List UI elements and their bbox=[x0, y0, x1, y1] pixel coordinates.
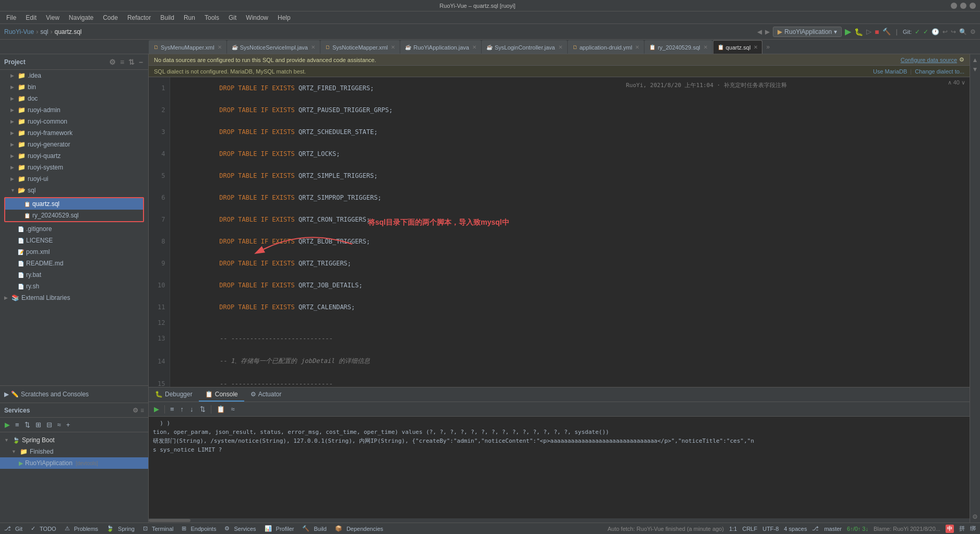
svc-group-btn[interactable]: ⊞ bbox=[34, 420, 43, 430]
tab-close-quartz-sql[interactable]: ✕ bbox=[754, 44, 758, 50]
svc-item-spring-boot[interactable]: ▼ 🍃 Spring Boot bbox=[0, 434, 148, 446]
search-btn[interactable]: 🔍 bbox=[959, 28, 967, 35]
rpb-settings-icon[interactable]: ⚙ bbox=[972, 513, 978, 520]
git-undo-icon[interactable]: ↩ bbox=[942, 28, 948, 35]
tab-debugger[interactable]: 🐛 Debugger bbox=[149, 388, 199, 402]
sort-icon[interactable]: ⇅ bbox=[127, 58, 136, 66]
tab-quartz-sql[interactable]: 📋 quartz.sql ✕ bbox=[713, 40, 763, 54]
svc-item-finished[interactable]: ▼ 📁 Finished bbox=[0, 446, 148, 457]
code-content-6[interactable]: DROP TABLE IF EXISTS QRTZ_SIMPROP_TRIGGE… bbox=[170, 187, 970, 209]
layout-icon[interactable]: ≡ bbox=[119, 58, 125, 66]
svc-item-ruoyi-app[interactable]: ▶ RuoYiApplication [devtools] bbox=[0, 457, 148, 469]
stop-btn[interactable]: ■ bbox=[875, 28, 879, 36]
git-redo-icon[interactable]: ↪ bbox=[951, 28, 956, 35]
rpb-down-icon[interactable]: ▼ bbox=[972, 66, 978, 73]
endpoints-status[interactable]: Endpoints bbox=[190, 526, 216, 532]
minimize-btn[interactable] bbox=[951, 3, 957, 9]
services-settings-icon[interactable]: ≡ bbox=[140, 407, 144, 414]
cursor-pos[interactable]: 1:1 bbox=[729, 526, 737, 532]
tree-item-bin[interactable]: ▶ 📁 bin bbox=[0, 81, 148, 93]
menu-view[interactable]: View bbox=[42, 13, 64, 22]
svc-filter-btn[interactable]: ⊟ bbox=[45, 420, 54, 430]
tree-item-doc[interactable]: ▶ 📁 doc bbox=[0, 93, 148, 104]
settings-btn[interactable]: ⚙ bbox=[970, 28, 976, 35]
tab-ruoyi-app[interactable]: ☕ RuoYiApplication.java ✕ bbox=[400, 40, 481, 54]
spring-status[interactable]: Spring bbox=[118, 526, 135, 532]
console-copy-btn[interactable]: 📋 bbox=[214, 404, 227, 414]
tree-item-ruoyi-generator[interactable]: ▶ 📁 ruoyi-generator bbox=[0, 139, 148, 150]
tree-item-ruoyi-framework[interactable]: ▶ 📁 ruoyi-framework bbox=[0, 127, 148, 139]
tab-close-sysmenu[interactable]: ✕ bbox=[218, 44, 222, 50]
services-bottom-status[interactable]: Services bbox=[234, 526, 256, 532]
menu-build[interactable]: Build bbox=[156, 13, 178, 22]
app-config-dropdown[interactable]: ▶ RuoYiApplication ▾ bbox=[773, 27, 842, 37]
console-scrollbar[interactable] bbox=[149, 518, 970, 523]
menu-file[interactable]: File bbox=[2, 13, 20, 22]
tree-item-ruoyi-common[interactable]: ▶ 📁 ruoyi-common bbox=[0, 116, 148, 127]
tab-sysmenu[interactable]: 🗋 SysMenuMapper.xml ✕ bbox=[149, 40, 226, 54]
tab-close-ry-sql[interactable]: ✕ bbox=[703, 44, 708, 50]
code-content-13[interactable]: -- --------------------------- bbox=[170, 327, 970, 349]
console-filter-btn[interactable]: ≈ bbox=[229, 404, 237, 414]
svc-list-btn[interactable]: ≡ bbox=[14, 420, 21, 430]
terminal-status[interactable]: Terminal bbox=[152, 526, 174, 532]
tab-overflow-btn[interactable]: » bbox=[763, 43, 773, 51]
tree-item-gitignore[interactable]: 📄 .gitignore bbox=[0, 223, 148, 235]
tree-item-sql[interactable]: ▼ 📂 sql bbox=[0, 185, 148, 196]
profiler-status[interactable]: Profiler bbox=[276, 526, 294, 532]
tree-item-ry-bat[interactable]: 📄 ry.bat bbox=[0, 269, 148, 281]
window-controls[interactable] bbox=[951, 3, 976, 9]
use-mariadb-link[interactable]: Use MariaDB bbox=[873, 68, 907, 75]
rpb-up-icon[interactable]: ▲ bbox=[972, 56, 978, 64]
tree-item-pom[interactable]: 📝 pom.xml bbox=[0, 246, 148, 258]
menu-navigate[interactable]: Navigate bbox=[65, 13, 98, 22]
console-down-btn[interactable]: ↓ bbox=[188, 404, 196, 414]
configure-datasource-link[interactable]: Configure data source bbox=[901, 57, 957, 63]
svc-run-btn[interactable]: ▶ bbox=[3, 420, 11, 430]
tree-item-ruoyi-admin[interactable]: ▶ 📁 ruoyi-admin bbox=[0, 104, 148, 116]
console-run-btn[interactable]: ▶ bbox=[152, 404, 161, 414]
git-branch-name[interactable]: master bbox=[824, 526, 842, 532]
code-content-3[interactable]: DROP TABLE IF EXISTS QRTZ_SCHEDULER_STAT… bbox=[170, 121, 970, 143]
tree-item-ry-sh[interactable]: 📄 ry.sh bbox=[0, 281, 148, 292]
tab-app-druid[interactable]: 🗋 application-druid.yml ✕ bbox=[568, 40, 644, 54]
menu-tools[interactable]: Tools bbox=[200, 13, 223, 22]
scrollbar-thumb[interactable] bbox=[149, 519, 190, 522]
build-status[interactable]: Build bbox=[314, 526, 326, 532]
problems-status[interactable]: Problems bbox=[74, 526, 98, 532]
configure-settings-icon[interactable]: ⚙ bbox=[959, 56, 964, 63]
svc-add-btn[interactable]: + bbox=[65, 420, 72, 430]
code-content-5[interactable]: DROP TABLE IF EXISTS QRTZ_SIMPLE_TRIGGER… bbox=[170, 165, 970, 187]
tree-item-readme[interactable]: 📄 README.md bbox=[0, 258, 148, 269]
todo-status[interactable]: TODO bbox=[40, 526, 56, 532]
tree-item-license[interactable]: 📄 LICENSE bbox=[0, 235, 148, 246]
svc-sort-btn[interactable]: ≈ bbox=[56, 420, 63, 430]
nav-forward-icon[interactable]: ▶ bbox=[765, 28, 770, 35]
code-content-2[interactable]: DROP TABLE IF EXISTS QRTZ_PAUSED_TRIGGER… bbox=[170, 99, 970, 121]
code-content-1[interactable]: DROP TABLE IF EXISTS QRTZ_FIRED_TRIGGERS… bbox=[170, 77, 970, 99]
git-status[interactable]: Git bbox=[15, 526, 22, 532]
menu-edit[interactable]: Edit bbox=[21, 13, 41, 22]
tree-item-ruoyi-system[interactable]: ▶ 📁 ruoyi-system bbox=[0, 162, 148, 173]
tab-close-ruoyi-app[interactable]: ✕ bbox=[472, 44, 476, 50]
tab-close-sysnotice[interactable]: ✕ bbox=[311, 44, 315, 50]
collapse-icon[interactable]: – bbox=[138, 58, 144, 66]
code-content-8[interactable]: DROP TABLE IF EXISTS QRTZ_BLOB_TRIGGERS; bbox=[170, 230, 970, 252]
console-output[interactable]: ) ) tion, oper_param, json_result, statu… bbox=[149, 417, 970, 518]
services-gear-icon[interactable]: ⚙ bbox=[133, 407, 138, 414]
tree-item-external-libs[interactable]: ▶ 📚 External Libraries bbox=[0, 292, 148, 304]
dependencies-status[interactable]: Dependencies bbox=[346, 526, 383, 532]
tab-close-sysnoticemapper[interactable]: ✕ bbox=[391, 44, 395, 50]
tree-item-idea[interactable]: ▶ 📁 .idea bbox=[0, 70, 148, 81]
code-content-15[interactable]: -- --------------------------- bbox=[170, 373, 970, 387]
menu-help[interactable]: Help bbox=[273, 13, 295, 22]
debug-btn[interactable]: 🐛 bbox=[854, 28, 863, 36]
indent[interactable]: 4 spaces bbox=[784, 526, 807, 532]
code-content-10[interactable]: DROP TABLE IF EXISTS QRTZ_JOB_DETAILS; bbox=[170, 274, 970, 296]
close-btn[interactable] bbox=[970, 3, 976, 9]
tree-item-quartz-sql[interactable]: 📋 quartz.sql bbox=[5, 198, 143, 210]
menu-window[interactable]: Window bbox=[242, 13, 272, 22]
code-content-11[interactable]: DROP TABLE IF EXISTS QRTZ_CALENDARS; bbox=[170, 296, 970, 318]
nav-back-icon[interactable]: ◀ bbox=[757, 28, 762, 35]
code-content-4[interactable]: DROP TABLE IF EXISTS QRTZ_LOCKS; bbox=[170, 143, 970, 165]
